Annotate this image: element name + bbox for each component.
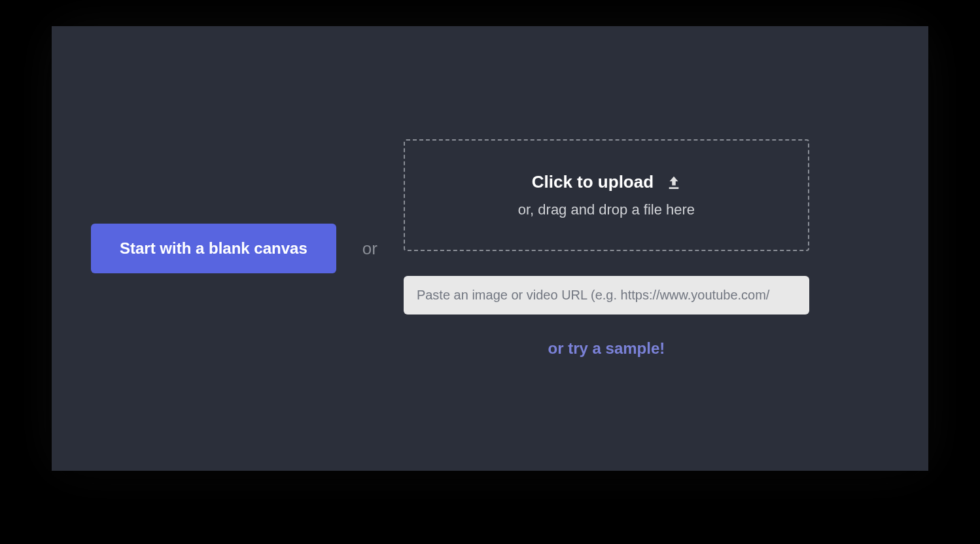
drop-zone-title-row: Click to upload <box>418 172 795 192</box>
upload-drop-zone[interactable]: Click to upload or, drag and drop a file… <box>404 139 809 251</box>
or-separator: or <box>362 239 377 259</box>
try-sample-link[interactable]: or try a sample! <box>404 339 809 358</box>
start-blank-canvas-button[interactable]: Start with a blank canvas <box>91 224 336 273</box>
left-column: Start with a blank canvas or <box>91 224 377 273</box>
drop-zone-title: Click to upload <box>532 172 654 192</box>
right-column: Click to upload or, drag and drop a file… <box>404 139 809 358</box>
upload-icon <box>667 175 681 190</box>
drop-zone-subtitle: or, drag and drop a file here <box>418 201 795 218</box>
url-input[interactable] <box>404 276 809 314</box>
main-panel: Start with a blank canvas or Click to up… <box>52 26 928 471</box>
